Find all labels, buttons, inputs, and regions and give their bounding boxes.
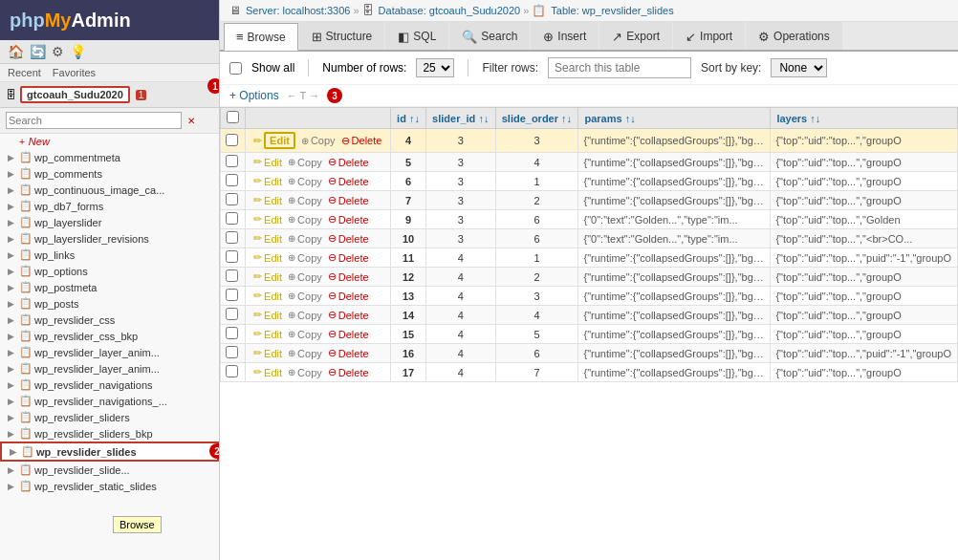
copy-button[interactable]: ⊕Copy — [285, 156, 325, 169]
delete-button[interactable]: ⊖Delete — [325, 308, 372, 322]
tree-wp-revslider-css[interactable]: ▶ 📋 wp_revslider_css — [0, 312, 219, 328]
copy-button[interactable]: ⊕Copy — [285, 194, 325, 207]
edit-button[interactable]: ✏Edit — [250, 193, 285, 207]
tree-wp-revslider-static[interactable]: ▶ 📋 wp_revslider_static_slides — [0, 478, 219, 494]
recent-link[interactable]: Recent — [8, 67, 41, 78]
col-slider-id-header[interactable]: slider_id ↑↓ — [426, 108, 496, 129]
edit-button[interactable]: ✏Edit — [250, 155, 285, 169]
tab-export[interactable]: ↗ Export — [599, 22, 672, 50]
tree-wp-options[interactable]: ▶ 📋 wp_options — [0, 263, 219, 279]
show-all-checkbox[interactable] — [229, 62, 242, 75]
copy-button[interactable]: ⊕Copy — [285, 213, 325, 226]
row-checkbox[interactable] — [226, 346, 238, 358]
edit-button[interactable]: ✏Edit — [250, 269, 285, 284]
edit-button[interactable]: ✏Edit — [250, 346, 285, 360]
select-all-checkbox[interactable] — [227, 111, 239, 123]
home-icon[interactable]: 🏠 — [8, 44, 24, 59]
edit-button[interactable]: ✏Edit — [250, 289, 285, 303]
copy-button[interactable]: ⊕Copy — [285, 175, 325, 188]
tab-structure[interactable]: ⊞ Structure — [299, 22, 385, 50]
breadcrumb-server[interactable]: Server: localhost:3306 — [246, 5, 350, 16]
row-checkbox[interactable] — [226, 250, 238, 263]
sort-by-select[interactable]: None — [771, 58, 827, 77]
edit-button[interactable]: ✏Edit — [250, 174, 285, 188]
tab-sql[interactable]: ◧ SQL — [385, 22, 448, 50]
rows-select[interactable]: 25 — [416, 58, 454, 77]
copy-button[interactable]: ⊕Copy — [285, 347, 325, 360]
row-checkbox[interactable] — [226, 193, 238, 205]
col-slide-order-header[interactable]: slide_order ↑↓ — [495, 108, 578, 129]
tree-wp-revslider-sliders-bkp[interactable]: ▶ 📋 wp_revslider_sliders_bkp — [0, 425, 219, 442]
row-checkbox[interactable] — [226, 174, 238, 186]
col-layers-header[interactable]: layers ↑↓ — [771, 108, 958, 129]
tree-wp-revslider-css-bkp[interactable]: ▶ 📋 wp_revslider_css_bkp — [0, 328, 219, 344]
delete-button[interactable]: ⊖Delete — [325, 174, 372, 188]
search-clear-icon[interactable]: ✕ — [187, 116, 195, 126]
copy-button[interactable]: ⊕Copy — [285, 270, 325, 284]
settings-icon[interactable]: ⚙ — [52, 44, 64, 59]
tree-wp-posts[interactable]: ▶ 📋 wp_posts — [0, 295, 219, 312]
delete-button[interactable]: ⊖Delete — [338, 134, 385, 148]
row-checkbox[interactable] — [226, 365, 238, 377]
tree-wp-links[interactable]: ▶ 📋 wp_links — [0, 247, 219, 263]
delete-button[interactable]: ⊖Delete — [325, 289, 372, 303]
tree-wp-revslider-nav[interactable]: ▶ 📋 wp_revslider_navigations — [0, 377, 219, 393]
edit-button[interactable]: ✏Edit — [250, 327, 285, 341]
tree-wp-db7forms[interactable]: ▶ 📋 wp_db7_forms — [0, 198, 219, 214]
tree-wp-revslider-nav2[interactable]: ▶ 📋 wp_revslider_navigations_... — [0, 393, 219, 409]
delete-button[interactable]: ⊖Delete — [325, 231, 372, 246]
row-checkbox[interactable] — [226, 134, 238, 146]
tree-wp-revslider-layer-anim1[interactable]: ▶ 📋 wp_revslider_layer_anim... — [0, 344, 219, 360]
delete-button[interactable]: ⊖Delete — [325, 250, 372, 265]
tab-insert[interactable]: ⊕ Insert — [531, 22, 599, 50]
edit-button[interactable]: ✏Edit — [250, 365, 285, 379]
tab-browse[interactable]: ≡ Browse — [224, 23, 298, 51]
tree-wp-revslider-slides[interactable]: ▶ 📋 wp_revslider_slides 2 — [0, 442, 219, 462]
sidebar-search-input[interactable] — [6, 112, 182, 129]
delete-button[interactable]: ⊖Delete — [325, 365, 372, 379]
copy-button[interactable]: ⊕Copy — [285, 251, 325, 265]
delete-button[interactable]: ⊖Delete — [325, 327, 372, 341]
edit-button[interactable]: ✏Edit — [250, 250, 285, 265]
delete-button[interactable]: ⊖Delete — [325, 155, 372, 169]
tree-wp-comments[interactable]: ▶ 📋 wp_comments — [0, 165, 219, 182]
col-params-header[interactable]: params ↑↓ — [578, 108, 771, 129]
tree-new[interactable]: + New — [0, 134, 219, 149]
favorites-link[interactable]: Favorites — [53, 67, 96, 78]
delete-button[interactable]: ⊖Delete — [325, 193, 372, 207]
row-checkbox[interactable] — [226, 289, 238, 301]
edit-button[interactable]: ✏Edit — [250, 231, 285, 246]
db-section[interactable]: 🗄 gtcoauh_Sudu2020 1 1 — [0, 82, 219, 108]
refresh-icon[interactable]: 🔄 — [30, 44, 46, 59]
edit-button[interactable]: ✏Edit — [250, 131, 298, 150]
copy-button[interactable]: ⊕Copy — [285, 290, 325, 303]
tree-wp-revslider-sliders[interactable]: ▶ 📋 wp_revslider_sliders — [0, 409, 219, 425]
col-id-header[interactable]: id ↑↓ — [391, 108, 426, 129]
tree-wp-commentmeta[interactable]: ▶ 📋 wp_commentmeta — [0, 149, 219, 165]
breadcrumb-database[interactable]: Database: gtcoauh_Sudu2020 — [379, 5, 521, 16]
tree-wp-continuous[interactable]: ▶ 📋 wp_continuous_image_ca... — [0, 182, 219, 198]
row-checkbox[interactable] — [226, 212, 238, 225]
tree-wp-revslider-slide2[interactable]: ▶ 📋 wp_revslider_slide... — [0, 462, 219, 478]
tab-search[interactable]: 🔍 Search — [449, 22, 530, 50]
options-link[interactable]: + Options — [229, 89, 279, 102]
row-checkbox[interactable] — [226, 231, 238, 244]
search-table-input[interactable] — [548, 57, 691, 78]
edit-button[interactable]: ✏Edit — [250, 212, 285, 226]
copy-button[interactable]: ⊕Copy — [285, 328, 325, 341]
tree-wp-postmeta[interactable]: ▶ 📋 wp_postmeta — [0, 279, 219, 295]
tree-wp-layerslider-rev[interactable]: ▶ 📋 wp_layerslider_revisions — [0, 230, 219, 247]
copy-button[interactable]: ⊕Copy — [285, 366, 325, 379]
row-checkbox[interactable] — [226, 269, 238, 282]
info-icon[interactable]: 💡 — [70, 44, 86, 59]
delete-button[interactable]: ⊖Delete — [325, 212, 372, 226]
edit-button[interactable]: ✏Edit — [250, 308, 285, 322]
row-checkbox[interactable] — [226, 155, 238, 167]
tree-wp-revslider-layer-anim2[interactable]: ▶ 📋 wp_revslider_layer_anim... — [0, 360, 219, 377]
copy-button[interactable]: ⊕Copy — [298, 134, 338, 147]
delete-button[interactable]: ⊖Delete — [325, 269, 372, 284]
row-checkbox[interactable] — [226, 308, 238, 320]
delete-button[interactable]: ⊖Delete — [325, 346, 372, 360]
copy-button[interactable]: ⊕Copy — [285, 232, 325, 246]
tab-operations[interactable]: ⚙ Operations — [746, 22, 842, 50]
